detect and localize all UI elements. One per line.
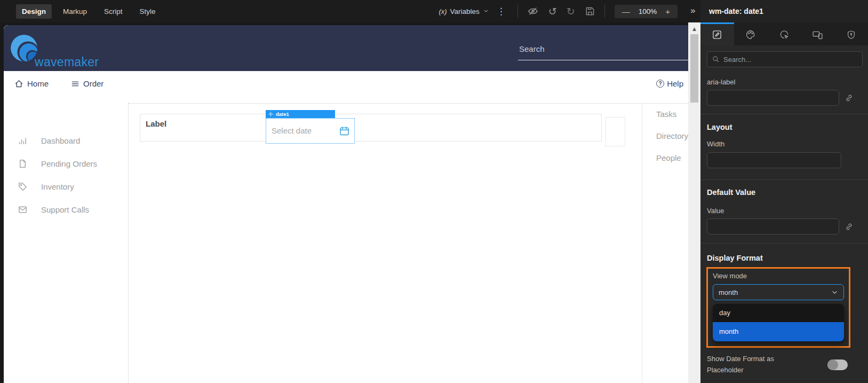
option-month[interactable]: month	[713, 322, 844, 341]
aria-label-label: aria-label	[707, 78, 863, 86]
layout-guide-left	[128, 103, 129, 383]
undo-button[interactable]: ↺	[548, 6, 557, 17]
sidebar-item-support-calls[interactable]: Support Calls	[4, 198, 128, 221]
properties-panel: wm-date: date1 aria-label	[700, 0, 868, 383]
widget-selection-tag[interactable]: date1	[266, 110, 335, 118]
search-icon	[712, 56, 720, 63]
option-day[interactable]: day	[713, 304, 844, 322]
chevron-down-icon	[483, 8, 489, 14]
panel-body: aria-label Layout Width Default Value Va…	[700, 45, 868, 383]
view-mode-select[interactable]: month	[713, 284, 844, 300]
aria-label-row	[707, 90, 854, 106]
save-button[interactable]	[585, 6, 595, 17]
tab-devices[interactable]	[801, 22, 834, 45]
top-toolbar: Design Markup Script Style (x) Variables…	[0, 0, 702, 22]
brand-name: wavemaker	[35, 55, 99, 69]
help-link[interactable]: ? Help	[656, 71, 683, 96]
view-mode-value: month	[719, 288, 831, 296]
bar-chart-icon	[18, 136, 28, 146]
palette-icon	[745, 29, 756, 40]
tab-events[interactable]	[768, 22, 801, 45]
envelope-icon	[18, 205, 28, 215]
calendar-icon[interactable]	[339, 126, 350, 137]
page-content: Dashboard Pending Orders Inventory Suppo…	[4, 96, 688, 383]
aria-label-input[interactable]	[707, 90, 839, 106]
aside-item-tasks[interactable]: Tasks	[642, 103, 688, 125]
form-field-row: Label	[140, 114, 602, 142]
layout-guide-horizontal	[128, 103, 688, 104]
app-header: wavemaker	[4, 25, 688, 71]
sidebar-item-label: Pending Orders	[41, 159, 97, 168]
left-side-nav: Dashboard Pending Orders Inventory Suppo…	[4, 129, 128, 221]
edit-pencil-icon	[712, 29, 722, 40]
shield-pin-icon	[846, 30, 856, 40]
date-placeholder: Select date	[272, 126, 312, 135]
bind-link-icon[interactable]	[844, 93, 854, 103]
view-mode-dropdown: day month	[713, 304, 844, 341]
toolbar-divider	[604, 5, 605, 18]
tab-properties[interactable]	[700, 22, 734, 45]
toggle-knob	[827, 359, 838, 370]
scroll-up-arrow-icon[interactable]: ▲	[688, 22, 700, 32]
sidebar-item-inventory[interactable]: Inventory	[4, 175, 128, 198]
zoom-out-button[interactable]: —	[622, 7, 630, 16]
collapse-panel-button[interactable]: »	[690, 5, 695, 16]
toolbar-actions: (x) Variables ⋮ ↺ ↻ — 100% +	[439, 5, 678, 18]
chevron-down-icon	[831, 289, 838, 296]
more-options-button[interactable]: ⋮	[489, 6, 513, 17]
aside-item-people[interactable]: People	[642, 147, 688, 169]
tab-style[interactable]: Style	[134, 4, 162, 19]
design-canvas: wavemaker Home Order ? Help	[0, 22, 688, 383]
app-search-field[interactable]	[518, 41, 688, 60]
widget-name: date1	[276, 111, 289, 117]
bind-link-icon[interactable]	[844, 222, 854, 232]
variables-label: Variables	[450, 7, 480, 15]
variables-menu[interactable]: (x) Variables	[439, 7, 489, 15]
app-nav-bar: Home Order ? Help	[4, 71, 688, 96]
date-input-widget[interactable]: Select date	[266, 118, 355, 144]
view-mode-label: View mode	[713, 272, 844, 280]
property-search-input[interactable]	[723, 56, 857, 64]
width-input[interactable]	[707, 152, 841, 168]
default-value-section-title: Default Value	[707, 188, 863, 197]
wavemaker-studio: Design Markup Script Style (x) Variables…	[0, 0, 868, 383]
width-label: Width	[707, 140, 863, 148]
panel-title: wm-date: date1	[700, 0, 868, 22]
display-format-section-title: Display Format	[707, 254, 863, 262]
tab-design[interactable]: Design	[16, 4, 52, 19]
tab-security[interactable]	[834, 22, 868, 45]
scrollbar-thumb[interactable]	[690, 34, 698, 103]
interaction-icon	[779, 29, 790, 40]
layout-section-title: Layout	[707, 123, 863, 131]
field-label: Label	[146, 119, 166, 128]
wavemaker-logo	[10, 34, 38, 62]
app-search-input[interactable]	[518, 41, 688, 57]
show-date-format-toggle[interactable]	[827, 359, 848, 370]
sidebar-item-dashboard[interactable]: Dashboard	[4, 129, 128, 152]
canvas-scrollbar[interactable]: ▲	[688, 22, 700, 383]
tab-styles[interactable]	[734, 22, 768, 45]
list-icon	[71, 80, 79, 88]
devices-icon	[812, 29, 823, 41]
sidebar-item-label: Support Calls	[41, 205, 89, 214]
value-input[interactable]	[707, 218, 839, 235]
property-search-field[interactable]	[707, 51, 863, 67]
date-format-placeholder-row: Show Date Format as Placeholder	[707, 354, 863, 376]
preview-eye-off-icon[interactable]	[527, 5, 539, 17]
nav-item-order[interactable]: Order	[71, 79, 103, 88]
tab-script[interactable]: Script	[98, 4, 129, 19]
nav-item-label: Home	[27, 79, 49, 88]
sidebar-item-pending-orders[interactable]: Pending Orders	[4, 152, 128, 175]
panel-tabs	[700, 22, 868, 45]
section-divider	[700, 114, 868, 114]
aside-item-directory[interactable]: Directory	[642, 125, 688, 147]
toggle-label: Show Date Format as Placeholder	[707, 354, 798, 376]
tab-markup[interactable]: Markup	[57, 4, 93, 19]
canvas-page: wavemaker Home Order ? Help	[4, 25, 688, 383]
nav-item-home[interactable]: Home	[14, 79, 49, 88]
view-mode-highlight: View mode month day month	[706, 267, 850, 348]
toolbar-divider	[517, 5, 518, 18]
redo-button[interactable]: ↻	[567, 6, 575, 17]
selected-date-widget[interactable]: date1 Select date	[266, 110, 355, 144]
zoom-in-button[interactable]: +	[665, 7, 670, 16]
